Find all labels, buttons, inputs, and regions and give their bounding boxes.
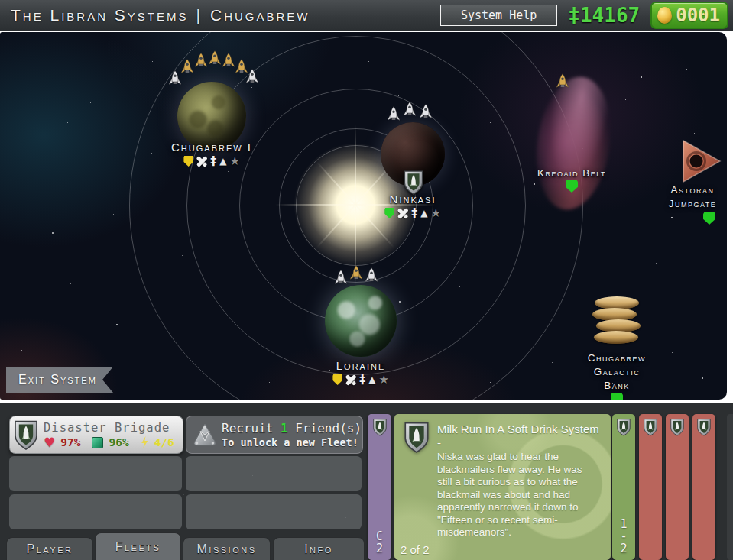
recruit-line-1: Recruit 1 Friend(s) [222,421,362,435]
fleet-info: Disaster Brigade ♥ 97% 96% 4/6 [44,421,174,448]
empty-fleet-slot[interactable] [9,494,182,529]
fleet-crest-icon [13,419,39,450]
tab-player[interactable]: Player [6,537,93,560]
galactic-bank-station[interactable] [595,296,639,351]
health-value: 97% [60,436,80,448]
top-bar-right: System Help ‡14167 0001 [440,0,730,31]
shield-status-icon [566,180,578,193]
fleet-name: Disaster Brigade [44,421,174,435]
range-top: 1 [620,519,627,530]
shield-status-icon [703,212,715,225]
recruit-count: 1 [281,421,288,435]
shield-status-icon [611,393,623,400]
coin-icon [657,7,672,24]
fleet-ship-icon[interactable] [388,106,401,128]
card-crest-icon [696,418,712,436]
triangle-status-icon: ▲ [368,374,375,385]
system-title: The Libran Systems|Chugabrew [11,6,310,24]
recruit-friend-card[interactable]: Recruit 1 Friend(s) To unlock a new Flee… [186,416,363,454]
enemy-fleet-card[interactable] [666,414,689,560]
enemy-fleet-card[interactable] [692,414,715,560]
triangle-status-icon: ▲ [420,208,427,218]
range-card-value: 1 - 2 [612,519,635,555]
fleet-ship-icon[interactable] [195,53,208,74]
card-crest-icon [616,418,631,436]
supplies-value: 96% [109,436,128,448]
label-galactic-bank: Chugabrew Galactic Bank [588,351,646,393]
fleet-stats: ♥ 97% 96% 4/6 [44,436,174,448]
system-help-button[interactable]: System Help [440,5,557,26]
tab-missions[interactable]: Missions [183,537,271,560]
power-lightning-icon [141,436,149,448]
panel-speckles [0,403,1,403]
badges-ninkasi: ‡▲★ [384,208,441,218]
fleet-ship-icon[interactable] [556,73,569,95]
shield-status-icon [332,374,342,385]
coin-button[interactable]: 0001 [650,2,728,29]
label-kreoaid-belt: Kreoaid Belt [537,167,606,180]
fleet-ship-icon[interactable] [350,265,363,286]
fleet-ship-icon[interactable] [222,53,235,74]
power-value: 4/6 [154,436,174,448]
cross-status-icon [397,208,408,218]
fleet-ship-icon[interactable] [246,69,259,90]
supplies-cube-icon [92,437,103,448]
empty-fleet-slot[interactable] [186,456,362,491]
cross-status-icon [345,374,356,385]
badges-astoran-jumpgate [703,212,715,225]
bank-disc [594,331,638,344]
star-status-icon: ★ [430,208,440,218]
shield-status-icon [384,208,394,218]
cross-status-icon [196,156,207,167]
fleet-ship-icon[interactable] [404,102,417,123]
coin-count: 0001 [676,5,720,26]
ninkasi-fleet-crest-icon[interactable] [403,170,424,195]
tab-fleets[interactable]: Fleets [95,532,181,560]
star-status-icon: ★ [378,374,388,385]
combat-letter: C [376,531,383,542]
recruit-text: Recruit 1 Friend(s) To unlock a new Flee… [222,421,362,448]
starfield-bright [0,32,2,34]
empty-fleet-slot[interactable] [9,456,182,491]
mission-title: Milk Run In A Soft Drink System - [437,422,602,450]
dagger-status-icon: ‡ [411,208,417,218]
fleet-ship-icon[interactable] [169,70,182,92]
star-status-icon: ★ [229,156,239,167]
health-heart-icon: ♥ [44,437,55,448]
label-chugabrew-1: Chugabrew I [171,141,252,154]
combat-card[interactable]: C 2 [368,414,391,560]
range-separator: - [620,531,627,542]
tab-info[interactable]: Info [273,537,365,560]
card-crest-icon [643,418,658,436]
combat-number: 2 [376,543,383,555]
system-name: The Libran Systems [11,6,189,24]
label-ninkasi: Ninkasi [390,193,436,206]
label-astoran-jumpgate: Astoran Jumpgate [669,183,717,211]
astoran-jumpgate-gate[interactable] [681,139,722,183]
enemy-fleet-card[interactable] [639,414,662,560]
fleet-ship-icon[interactable] [181,59,194,80]
bottom-panel: Disaster Brigade ♥ 97% 96% 4/6 Recruit 1… [0,403,733,560]
credits-amount: ‡14167 [568,4,640,27]
mission-pager: 2 of 2 [401,543,430,556]
badges-galactic-bank [611,393,623,400]
fleet-ship-icon[interactable] [209,50,222,72]
dagger-status-icon: ‡ [210,156,216,167]
recruit-prefix: Recruit [222,421,281,435]
empty-fleet-slot[interactable] [186,494,362,529]
planet-loraine[interactable] [325,285,397,357]
card-crest-icon [670,418,685,436]
mission-card[interactable]: Milk Run In A Soft Drink System - Niska … [394,414,611,560]
game-screen: { "topbar": { "title": "The Libran Syste… [0,0,733,560]
shield-status-icon [183,156,193,167]
range-card[interactable]: 1 - 2 [612,414,635,560]
card-crest-icon [372,418,388,436]
fleet-ship-icon[interactable] [365,267,378,289]
badges-chugabrew-1: ‡▲★ [183,156,240,167]
system-map[interactable]: Chugabrew I ‡▲★ Ninkasi ‡▲★ Loraine ‡▲★ … [0,32,727,400]
fleet-ship-icon[interactable] [420,104,433,125]
fleet-card-disaster-brigade[interactable]: Disaster Brigade ♥ 97% 96% 4/6 [9,416,183,454]
fleet-ship-icon[interactable] [335,270,348,291]
badges-kreoaid-belt [566,180,578,193]
exit-system-button[interactable]: Exit System [6,367,113,393]
